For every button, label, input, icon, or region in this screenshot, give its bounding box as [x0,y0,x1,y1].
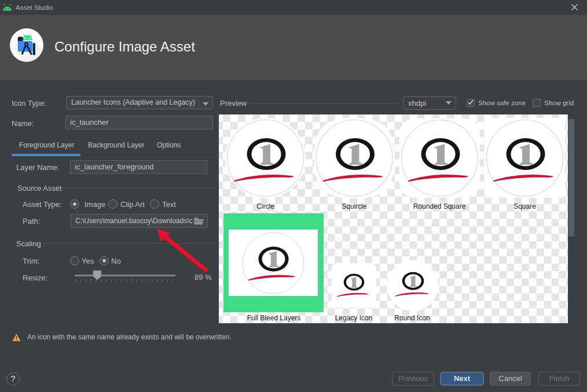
svg-text:Squircle: Squircle [342,202,367,210]
svg-text:Full Bleed Layers: Full Bleed Layers [247,314,301,322]
svg-text:Round Icon: Round Icon [394,314,430,322]
svg-text:Circle: Circle [256,202,274,210]
svg-text:Legacy Icon: Legacy Icon [335,314,373,322]
svg-text:Rounded Square: Rounded Square [413,202,466,210]
svg-text:Square: Square [513,202,536,210]
